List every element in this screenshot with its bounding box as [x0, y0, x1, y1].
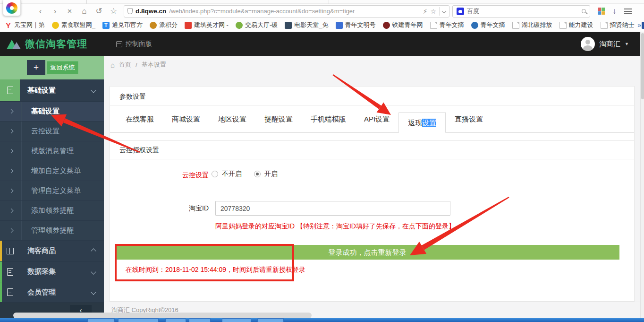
search-engine-label[interactable]: 百度	[467, 7, 579, 16]
browser-active-tab[interactable]	[3, 0, 21, 16]
url-bar[interactable]: d.8qwe.cn /web/index.php?c=module&a=mana…	[124, 5, 449, 17]
bookmark-label: 能力建设	[569, 21, 593, 29]
bookmarks-overflow-icon[interactable]: »	[637, 21, 641, 29]
home-icon[interactable]: ⌂	[77, 5, 92, 18]
bookmark-item[interactable]: 素食联盟网_	[52, 21, 95, 29]
app-header: 微信淘客管理 控制面版 淘商汇 ▼	[0, 32, 644, 56]
bookmark-item[interactable]: 电影天堂_免	[285, 21, 328, 29]
sidebar-item-cloud-settings[interactable]: 云控设置	[0, 122, 104, 141]
bookmark-label: 青年文明号	[345, 21, 376, 29]
taskbar-button[interactable]	[222, 318, 251, 322]
bookmark-item[interactable]: T通兑币官方	[102, 21, 143, 29]
tab-mall-settings[interactable]: 商城设置	[163, 105, 209, 132]
sidebar-item-data-collection[interactable]: 数据采集	[0, 261, 104, 282]
app-brand[interactable]: 微信淘客管理	[7, 32, 87, 56]
speed-mode-icon[interactable]: ⚡	[423, 8, 428, 15]
bookmark-item[interactable]: 2017年经济	[642, 21, 644, 29]
url-dropdown-icon[interactable]	[442, 9, 447, 14]
tab-reminder-settings[interactable]: 提醒设置	[255, 105, 302, 132]
bookmark-favicon	[512, 22, 519, 29]
tab-rebate-settings[interactable]: 返现设置	[398, 112, 446, 133]
bookmark-label: 素食联盟网_	[61, 21, 95, 29]
taskbar-button[interactable]	[189, 318, 211, 322]
sidebar-item-add-coupon-reminder[interactable]: 添加领券提醒	[0, 201, 104, 221]
sidebar-item-manage-custom-menu[interactable]: 管理自定义菜单	[0, 181, 104, 201]
bookmark-star-icon[interactable]: ☆	[430, 8, 436, 15]
bookmark-label: 建筑英才网 -	[194, 21, 229, 29]
radio-circle-checked-icon[interactable]	[254, 171, 261, 177]
bookmark-item[interactable]: 青年文摘	[471, 21, 505, 29]
bookmark-item[interactable]: 派积分	[150, 21, 178, 29]
bookmark-item[interactable]: 能力建设	[559, 21, 593, 29]
taskbar-button[interactable]	[165, 318, 186, 322]
sidebar-group-label: 基础设置	[20, 86, 92, 95]
sidebar-group-label: 数据采集	[20, 267, 92, 276]
breadcrumb-home[interactable]: 首页	[119, 61, 131, 69]
favorites-icon[interactable]: ☆	[106, 5, 121, 18]
bookmark-favicon: Y	[5, 22, 12, 29]
taobao-id-help-text: 阿里妈妈登录的对应淘宝ID 【特别注意：淘宝ID填好了先保存，在点下面的登录】	[215, 222, 455, 231]
bookmark-item[interactable]: 建筑英才网 -	[185, 21, 229, 29]
header-nav-control-panel[interactable]: 控制面版	[116, 32, 152, 56]
bookmark-item[interactable]: 铁建青年网	[383, 21, 423, 29]
bookmark-favicon	[601, 22, 608, 29]
bookmark-item[interactable]: 青年文摘	[430, 21, 464, 29]
tab-mobile-template[interactable]: 手机端模版	[302, 105, 355, 132]
settings-tabs: 在线客服 商城设置 地区设置 提醒设置 手机端模版 API设置 返现设置 直播设…	[110, 105, 634, 133]
sidebar-item-basic-settings[interactable]: 基础设置	[0, 102, 104, 122]
breadcrumb: ⌂ 首页 / 基本设置	[110, 61, 166, 69]
breadcrumb-separator: /	[136, 61, 137, 69]
bookmark-item[interactable]: 青年文明号	[336, 21, 376, 29]
sidebar-item-member-management[interactable]: 会员管理	[0, 282, 104, 303]
bookmark-favicon: T	[102, 22, 110, 29]
radio-off[interactable]: 不开启	[212, 170, 242, 178]
radio-on[interactable]: 开启	[254, 170, 278, 178]
scrollbar-thumb[interactable]	[641, 33, 644, 99]
user-menu[interactable]: 淘商汇 ▼	[581, 32, 629, 56]
search-box[interactable]: 百度	[452, 5, 590, 17]
taskbar-button[interactable]	[257, 318, 284, 322]
bookmark-label: 湖北碳排放	[522, 21, 552, 29]
sidebar-top: + 返回系统	[0, 56, 104, 79]
radio-circle-icon[interactable]	[212, 171, 218, 177]
forward-icon[interactable]: ›	[48, 5, 62, 18]
chevron-down-icon	[91, 87, 96, 93]
chevron-right-icon	[9, 129, 14, 134]
taobao-id-input[interactable]	[215, 201, 450, 216]
sidebar-item-template-message[interactable]: 模版消息管理	[0, 141, 104, 161]
url-domain: d.8qwe.cn	[136, 8, 166, 15]
sidebar-item-add-custom-menu[interactable]: 增加自定义菜单	[0, 161, 104, 181]
chevron-right-icon	[9, 169, 14, 174]
add-button[interactable]: +	[27, 60, 45, 75]
tab-api-settings[interactable]: API设置	[355, 105, 398, 132]
app-grid-icon[interactable]	[598, 8, 605, 15]
tab-live-settings[interactable]: 直播设置	[446, 105, 492, 132]
download-icon[interactable]: ↓	[612, 7, 617, 16]
bookmark-item[interactable]: 招贤纳士	[601, 21, 635, 29]
refresh-icon[interactable]: ↺	[92, 5, 106, 18]
menu-icon[interactable]	[624, 9, 632, 14]
accent-stripe	[0, 261, 2, 282]
bookmark-label: 青年文摘	[440, 21, 464, 29]
search-icon[interactable]	[582, 9, 586, 13]
bookmark-item[interactable]: 湖北碳排放	[512, 21, 552, 29]
tab-region-settings[interactable]: 地区设置	[209, 105, 255, 132]
chevron-right-icon	[9, 209, 14, 213]
sidebar-item-manage-coupon-reminder[interactable]: 管理领券提醒	[0, 221, 104, 241]
sidebar-item-taoke-products[interactable]: 淘客商品	[0, 241, 104, 261]
chevron-down-icon: ▼	[625, 42, 629, 46]
back-icon[interactable]: ‹	[33, 5, 48, 18]
back-to-system-button[interactable]: 返回系统	[47, 61, 78, 74]
stop-icon[interactable]: ×	[62, 5, 77, 18]
vertical-scrollbar[interactable]	[640, 32, 644, 318]
bookmark-favicon	[471, 22, 478, 29]
sidebar-item-basic-settings-group[interactable]: 基础设置	[0, 79, 104, 102]
bookmark-favicon	[336, 22, 343, 29]
tab-online-service[interactable]: 在线客服	[117, 105, 163, 132]
taskbar-button[interactable]	[87, 318, 115, 322]
chevron-right-icon	[9, 189, 14, 193]
taskbar-button[interactable]	[118, 318, 159, 322]
site-security-icon[interactable]	[127, 8, 133, 14]
bookmark-item[interactable]: Y元宝网｜第	[5, 21, 45, 29]
bookmark-item[interactable]: 交易大厅-碳	[236, 21, 278, 29]
